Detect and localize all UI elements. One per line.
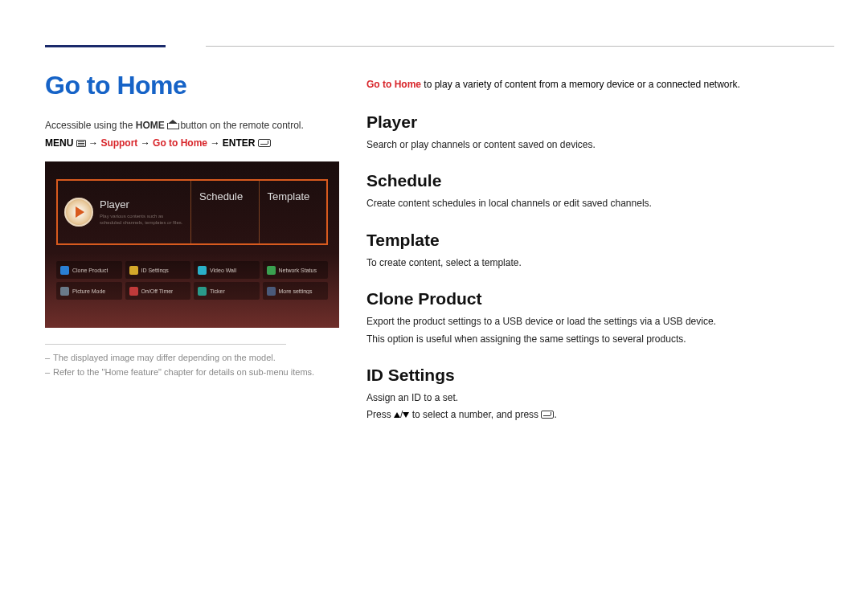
network-icon: [267, 266, 276, 275]
page-title: Go to Home: [45, 71, 339, 100]
id-p2b: to select a number, and press: [409, 409, 541, 420]
text-id-1: Assign an ID to a set.: [366, 391, 834, 405]
tile-player[interactable]: Player Play various contents such as sch…: [58, 181, 190, 243]
accessible-bold: HOME: [136, 120, 165, 131]
tile-template[interactable]: Template: [259, 181, 327, 243]
text-schedule: Create content schedules in local channe…: [366, 197, 834, 210]
path-support: Support: [100, 137, 137, 149]
play-icon: [64, 198, 93, 227]
accessible-pre: Accessible using the: [45, 120, 136, 131]
heading-template: Template: [366, 231, 834, 250]
footnote-1: –The displayed image may differ dependin…: [45, 353, 339, 362]
chip-label: Clone Product: [72, 268, 108, 273]
chip-label: ID Settings: [141, 268, 169, 273]
left-column: Go to Home Accessible using the HOME but…: [45, 71, 339, 442]
heading-id-settings: ID Settings: [366, 366, 834, 385]
right-column: Go to Home to play a variety of content …: [366, 71, 834, 442]
home-icon: [167, 121, 178, 129]
id-icon: [129, 266, 138, 275]
intro-rest: to play a variety of content from a memo…: [421, 79, 740, 90]
chip-label: Picture Mode: [72, 288, 105, 294]
text-template: To create content, select a template.: [366, 256, 834, 270]
arrow: →: [88, 137, 100, 149]
chip-label: Network Status: [279, 268, 317, 273]
chip-label: Ticker: [210, 288, 225, 294]
tile-schedule-title: Schedule: [199, 190, 243, 202]
tile-schedule[interactable]: Schedule: [190, 181, 259, 243]
header-rule-accent: [45, 45, 166, 47]
header-rule: [206, 46, 834, 47]
tile-player-title: Player: [100, 198, 184, 210]
menu-path: MENU → Support → Go to Home → ENTER: [45, 137, 339, 149]
footnote-rule: [45, 344, 286, 345]
tile-template-title: Template: [268, 190, 310, 202]
intro-highlight: Go to Home: [366, 79, 421, 90]
heading-player: Player: [366, 112, 834, 132]
videowall-icon: [198, 266, 207, 275]
chip-label: More settings: [279, 288, 313, 294]
timer-icon: [129, 287, 138, 296]
chip-video-wall[interactable]: Video Wall: [194, 261, 260, 279]
accessible-post: button on the remote control.: [178, 120, 304, 131]
chip-label: On/Off Timer: [141, 288, 174, 294]
menu-icon: [76, 140, 86, 147]
text-clone-2: This option is useful when assigning the…: [366, 333, 834, 346]
path-goto: Go to Home: [153, 137, 207, 149]
triangle-up-icon: [394, 412, 400, 418]
chip-id-settings[interactable]: ID Settings: [125, 261, 191, 279]
ui-screenshot: Player Play various contents such as sch…: [45, 161, 339, 328]
path-enter: ENTER: [223, 137, 256, 149]
accessible-text: Accessible using the HOME button on the …: [45, 120, 339, 131]
footnote-2: –Refer to the "Home feature" chapter for…: [45, 367, 339, 377]
chip-ticker[interactable]: Ticker: [194, 282, 260, 300]
id-p2a: Press: [366, 409, 394, 420]
heading-clone-product: Clone Product: [366, 289, 834, 309]
heading-schedule: Schedule: [366, 171, 834, 190]
arrow: →: [207, 137, 223, 149]
bottom-grid: Clone Product ID Settings Video Wall Net…: [56, 261, 328, 300]
chip-clone-product[interactable]: Clone Product: [56, 261, 122, 279]
menu-label: MENU: [45, 137, 73, 149]
chip-network-status[interactable]: Network Status: [263, 261, 329, 279]
text-clone-1: Export the product settings to a USB dev…: [366, 315, 834, 329]
chip-label: Video Wall: [210, 268, 236, 273]
enter-icon: [258, 139, 271, 147]
text-player: Search or play channels or content saved…: [366, 138, 834, 152]
tile-player-sub: Play various contents such as scheduled …: [100, 214, 184, 225]
text-id-2: Press / to select a number, and press .: [366, 408, 834, 422]
id-p2c: .: [554, 409, 556, 420]
footnote-1-text: The displayed image may differ depending…: [53, 353, 276, 362]
ticker-icon: [198, 287, 207, 296]
footnote-2-text: Refer to the "Home feature" chapter for …: [53, 367, 314, 377]
chip-onoff-timer[interactable]: On/Off Timer: [125, 282, 191, 300]
gear-icon: [267, 287, 276, 296]
enter-icon: [541, 411, 554, 419]
intro-line: Go to Home to play a variety of content …: [366, 79, 834, 90]
clone-icon: [60, 266, 69, 275]
arrow: →: [137, 137, 153, 149]
chip-picture-mode[interactable]: Picture Mode: [56, 282, 122, 300]
chip-more-settings[interactable]: More settings: [263, 282, 329, 300]
tiles-row: Player Play various contents such as sch…: [56, 179, 328, 245]
picture-icon: [60, 287, 69, 296]
